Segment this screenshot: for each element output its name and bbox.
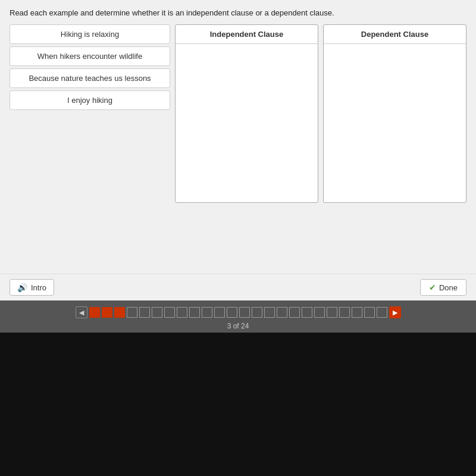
- dependent-clause-header: Dependent Clause: [324, 25, 466, 44]
- nav-square-21[interactable]: [339, 307, 350, 318]
- nav-square-24[interactable]: [377, 307, 387, 318]
- nav-square-11[interactable]: [214, 307, 225, 318]
- independent-clause-zone[interactable]: Independent Clause: [175, 24, 318, 203]
- nav-bar: ◀ ▶ 3 of 24: [0, 300, 476, 333]
- nav-square-13[interactable]: [239, 307, 250, 318]
- dark-bottom: [0, 333, 476, 476]
- nav-square-6[interactable]: [152, 307, 162, 318]
- nav-square-9[interactable]: [189, 307, 200, 318]
- nav-square-17[interactable]: [289, 307, 300, 318]
- nav-square-8[interactable]: [177, 307, 187, 318]
- nav-square-10[interactable]: [202, 307, 212, 318]
- nav-square-7[interactable]: [164, 307, 175, 318]
- page-label: 3 of 24: [227, 322, 249, 330]
- nav-square-15[interactable]: [264, 307, 275, 318]
- nav-square-20[interactable]: [327, 307, 337, 318]
- checkmark-icon: ✔: [429, 283, 436, 292]
- items-column: Hiking is relaxing When hikers encounter…: [10, 24, 170, 203]
- nav-square-1[interactable]: [89, 307, 100, 318]
- speaker-icon: 🔊: [17, 283, 27, 292]
- nav-square-23[interactable]: [364, 307, 375, 318]
- independent-clause-body: [176, 44, 318, 199]
- nav-square-12[interactable]: [227, 307, 237, 318]
- item-because-nature[interactable]: Because nature teaches us lessons: [10, 68, 170, 88]
- intro-button[interactable]: 🔊 Intro: [10, 279, 54, 296]
- nav-next-arrow[interactable]: ▶: [389, 306, 401, 318]
- nav-square-18[interactable]: [302, 307, 312, 318]
- columns-container: Hiking is relaxing When hikers encounter…: [10, 24, 466, 203]
- nav-square-19[interactable]: [314, 307, 325, 318]
- nav-square-14[interactable]: [252, 307, 262, 318]
- nav-prev-arrow[interactable]: ◀: [76, 306, 87, 318]
- action-bar: 🔊 Intro ✔ Done: [0, 274, 476, 300]
- independent-clause-header: Independent Clause: [176, 25, 318, 44]
- done-button[interactable]: ✔ Done: [420, 279, 466, 296]
- nav-square-5[interactable]: [139, 307, 150, 318]
- nav-squares: ◀ ▶: [76, 306, 401, 318]
- item-enjoy-hiking[interactable]: I enjoy hiking: [10, 90, 170, 110]
- nav-square-16[interactable]: [277, 307, 287, 318]
- item-when-hikers[interactable]: When hikers encounter wildlife: [10, 46, 170, 66]
- nav-square-3[interactable]: [114, 307, 125, 318]
- dependent-clause-zone[interactable]: Dependent Clause: [323, 24, 466, 203]
- nav-square-4[interactable]: [127, 307, 137, 318]
- dependent-clause-body: [324, 44, 466, 199]
- nav-square-22[interactable]: [352, 307, 362, 318]
- item-hiking-relaxing[interactable]: Hiking is relaxing: [10, 24, 170, 44]
- main-content: Read each example and determine whether …: [0, 0, 476, 274]
- nav-square-2[interactable]: [102, 307, 112, 318]
- instruction-text: Read each example and determine whether …: [10, 8, 466, 17]
